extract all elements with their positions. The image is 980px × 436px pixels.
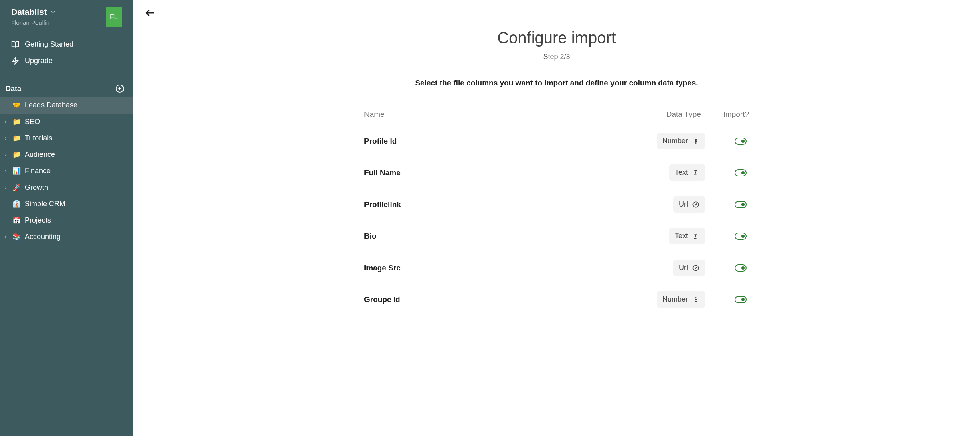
chevron-right-icon <box>3 235 8 239</box>
type-label: Number <box>662 137 688 145</box>
data-list: 🤝 Leads Database 📁 SEO 📁 Tutorials 📁 Aud… <box>0 97 133 245</box>
item-emoji: 🤝 <box>12 101 21 110</box>
data-type-selector[interactable]: Number <box>657 291 705 308</box>
column-name: Bio <box>364 232 637 241</box>
page-title: Configure import <box>364 29 749 47</box>
text-icon <box>692 169 699 176</box>
number-icon <box>692 138 699 145</box>
sidebar-item-label: Growth <box>25 183 48 192</box>
nav-getting-started[interactable]: Getting Started <box>0 36 133 53</box>
nav-label: Getting Started <box>25 40 73 49</box>
type-label: Number <box>662 295 688 304</box>
columns-table: Name Data Type Import? Profile Id Number… <box>364 110 749 315</box>
sidebar-item-label: Projects <box>25 216 51 225</box>
url-icon <box>692 201 699 208</box>
svg-marker-14 <box>695 203 697 206</box>
table-header: Name Data Type Import? <box>364 110 749 125</box>
data-type-selector[interactable]: Number <box>657 133 705 149</box>
table-row: Groupe Id Number <box>364 284 749 315</box>
data-section-header: Data <box>0 73 133 97</box>
add-collection-button[interactable] <box>115 84 124 93</box>
item-emoji: 📁 <box>12 134 21 142</box>
item-emoji: 📚 <box>12 233 21 241</box>
table-row: Image Src Url <box>364 252 749 284</box>
data-type-selector[interactable]: Url <box>673 196 705 213</box>
svg-line-16 <box>695 234 696 238</box>
book-icon <box>11 41 19 49</box>
column-name: Profilelink <box>364 200 637 209</box>
main: Configure import Step 2/3 Select the fil… <box>133 0 980 436</box>
import-toggle[interactable] <box>735 201 747 208</box>
back-button[interactable] <box>144 7 156 18</box>
brand-name: Datablist <box>11 7 47 17</box>
chevron-right-icon <box>3 120 8 124</box>
sidebar-item-audience[interactable]: 📁 Audience <box>0 146 133 163</box>
table-row: Bio Text <box>364 220 749 252</box>
avatar[interactable]: FL <box>106 7 122 27</box>
chevron-right-icon <box>3 152 8 157</box>
column-name: Profile Id <box>364 137 637 146</box>
import-toggle[interactable] <box>735 169 747 176</box>
url-icon <box>692 264 699 272</box>
step-indicator: Step 2/3 <box>364 53 749 61</box>
import-toggle[interactable] <box>735 264 747 272</box>
header-import: Import? <box>705 110 749 119</box>
sidebar-item-seo[interactable]: 📁 SEO <box>0 114 133 130</box>
svg-marker-19 <box>695 267 697 269</box>
sidebar: Datablist Florian Poullin FL Getting Sta… <box>0 0 133 436</box>
chevron-down-icon <box>50 9 56 15</box>
content: Configure import Step 2/3 Select the fil… <box>364 0 749 315</box>
item-emoji: 🚀 <box>12 183 21 192</box>
type-label: Url <box>679 200 688 209</box>
column-name: Groupe Id <box>364 295 637 304</box>
sidebar-item-tutorials[interactable]: 📁 Tutorials <box>0 130 133 146</box>
sidebar-item-label: SEO <box>25 118 40 126</box>
item-emoji: 📅 <box>12 216 21 225</box>
nav-top: Getting Started Upgrade <box>0 32 133 73</box>
svg-marker-0 <box>12 57 18 64</box>
svg-point-20 <box>695 299 697 300</box>
header-name: Name <box>364 110 637 119</box>
nav-upgrade[interactable]: Upgrade <box>0 53 133 69</box>
chevron-right-icon <box>3 169 8 174</box>
text-icon <box>692 233 699 240</box>
sidebar-item-accounting[interactable]: 📚 Accounting <box>0 229 133 245</box>
import-toggle[interactable] <box>735 233 747 240</box>
import-toggle[interactable] <box>735 138 747 145</box>
item-emoji: 📊 <box>12 167 21 175</box>
prompt-text: Select the file columns you want to impo… <box>364 79 749 87</box>
data-type-selector[interactable]: Url <box>673 260 705 276</box>
sidebar-item-label: Leads Database <box>25 101 77 110</box>
item-emoji: 📁 <box>12 118 21 126</box>
column-name: Full Name <box>364 168 637 177</box>
import-toggle[interactable] <box>735 296 747 303</box>
sidebar-item-finance[interactable]: 📊 Finance <box>0 163 133 179</box>
sidebar-item-label: Tutorials <box>25 134 52 142</box>
chevron-right-icon <box>3 185 8 190</box>
item-emoji: 📁 <box>12 150 21 159</box>
section-title: Data <box>6 85 21 93</box>
column-name: Image Src <box>364 264 637 272</box>
workspace-switcher[interactable]: Datablist <box>11 7 56 17</box>
item-emoji: 👔 <box>12 200 21 208</box>
chevron-right-icon <box>3 136 8 141</box>
data-type-selector[interactable]: Text <box>669 164 705 181</box>
sidebar-item-leads-database[interactable]: 🤝 Leads Database <box>0 97 133 114</box>
nav-label: Upgrade <box>25 57 53 65</box>
data-type-selector[interactable]: Text <box>669 228 705 244</box>
sidebar-header: Datablist Florian Poullin FL <box>0 0 133 32</box>
sidebar-item-label: Finance <box>25 167 51 175</box>
number-icon <box>692 296 699 303</box>
sidebar-item-label: Accounting <box>25 233 61 241</box>
type-label: Url <box>679 264 688 272</box>
sidebar-item-label: Simple CRM <box>25 200 65 208</box>
lightning-icon <box>11 57 19 65</box>
sidebar-item-projects[interactable]: 📅 Projects <box>0 212 133 229</box>
sidebar-item-simple-crm[interactable]: 👔 Simple CRM <box>0 196 133 212</box>
type-label: Text <box>675 232 688 240</box>
svg-point-5 <box>695 140 697 142</box>
sidebar-item-growth[interactable]: 🚀 Growth <box>0 179 133 196</box>
brand-area: Datablist Florian Poullin <box>11 7 56 26</box>
header-type: Data Type <box>637 110 705 119</box>
type-label: Text <box>675 168 688 177</box>
